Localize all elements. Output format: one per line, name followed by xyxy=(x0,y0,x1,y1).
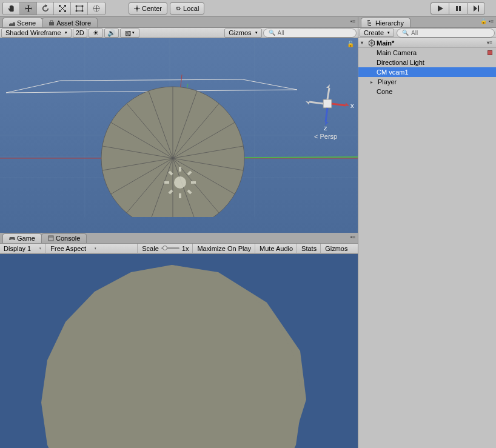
hierarchy-item-cone[interactable]: Cone xyxy=(358,87,496,96)
display-label: Display 1 xyxy=(4,245,31,252)
toggle-effects[interactable]: ▧▾ xyxy=(120,28,139,38)
stats-label: Stats xyxy=(301,245,317,252)
svg-marker-62 xyxy=(346,102,349,106)
scene-search[interactable]: 🔍 xyxy=(263,28,357,38)
rotate-icon xyxy=(41,4,50,13)
stats-toggle[interactable]: Stats xyxy=(298,244,321,253)
svg-point-7 xyxy=(75,10,77,12)
console-icon xyxy=(48,235,54,241)
panel-menu-icon[interactable]: 🔒 ▪≡ xyxy=(480,18,494,24)
scene-search-input[interactable] xyxy=(278,30,352,36)
hierarchy-tab-bar: Hierarchy 🔒 ▪≡ xyxy=(358,17,496,27)
item-label: Directional Light xyxy=(377,59,424,66)
display-dropdown[interactable]: Display 1 xyxy=(0,244,46,253)
pivot-label: Center xyxy=(142,5,162,12)
tab-scene[interactable]: Scene xyxy=(2,18,42,27)
pause-button[interactable] xyxy=(449,2,467,15)
image-icon: ▧ xyxy=(125,29,131,37)
svg-rect-13 xyxy=(459,6,461,11)
create-dropdown[interactable]: Create xyxy=(360,28,394,37)
scale-control[interactable]: Scale 1x xyxy=(138,244,193,253)
hierarchy-item-main-camera[interactable]: Main Camera xyxy=(358,48,496,58)
hierarchy-search[interactable]: 🔍 xyxy=(397,28,495,38)
transform-tool[interactable] xyxy=(88,2,105,15)
hierarchy-item-player[interactable]: ▸ Player xyxy=(358,77,496,87)
toggle-2d-label: 2D xyxy=(76,29,84,36)
scene-toolbar: Shaded Wireframe 2D ☀ 🔊 ▧▾ Gizmos 🔍 xyxy=(0,27,358,38)
gizmos-dropdown[interactable]: Gizmos xyxy=(224,28,261,38)
svg-rect-4 xyxy=(76,6,82,11)
foldout-icon[interactable]: ▸ xyxy=(370,79,377,85)
step-button[interactable] xyxy=(467,2,485,15)
pivot-button[interactable]: Center xyxy=(129,2,167,15)
rect-icon xyxy=(75,4,84,13)
scale-icon xyxy=(58,4,67,13)
scene-root-label: Main* xyxy=(377,39,394,47)
tab-game[interactable]: Game xyxy=(2,233,42,243)
hierarchy-item-cm-vcam1[interactable]: CM vcam1 xyxy=(358,67,496,77)
svg-rect-78 xyxy=(369,25,371,26)
scale-tool[interactable] xyxy=(54,2,71,15)
hierarchy-search-input[interactable] xyxy=(411,30,489,36)
hierarchy-list: ▾ Main* ▾≡ Main Camera Directional Light… xyxy=(358,38,496,448)
svg-text:< Persp: < Persp xyxy=(314,133,337,140)
item-badge-icon xyxy=(488,50,492,55)
svg-text:z: z xyxy=(324,124,327,132)
play-button[interactable] xyxy=(431,2,449,15)
toggle-audio[interactable]: 🔊 xyxy=(104,28,119,38)
game-tab-label: Game xyxy=(17,235,35,242)
svg-point-6 xyxy=(81,5,83,7)
svg-line-61 xyxy=(332,104,346,105)
svg-point-10 xyxy=(136,7,138,10)
play-controls xyxy=(431,2,485,15)
game-gizmos-dropdown[interactable]: Gizmos xyxy=(321,244,351,253)
toggle-2d[interactable]: 2D xyxy=(73,28,87,38)
mute-toggle[interactable]: Mute Audio xyxy=(256,244,297,253)
space-button[interactable]: Local xyxy=(170,2,204,15)
tab-console[interactable]: Console xyxy=(41,233,87,243)
search-icon: 🔍 xyxy=(269,30,275,36)
item-label: Player xyxy=(378,78,397,85)
move-tool[interactable] xyxy=(20,2,37,15)
pause-icon xyxy=(455,5,462,12)
panel-menu-icon[interactable]: ▪≡ xyxy=(350,18,355,24)
svg-line-24 xyxy=(61,79,243,81)
aspect-label: Free Aspect xyxy=(50,245,86,252)
svg-rect-14 xyxy=(478,5,479,12)
svg-marker-68 xyxy=(326,84,330,88)
svg-text:x: x xyxy=(350,102,354,109)
svg-rect-72 xyxy=(49,236,53,241)
hierarchy-scene-root[interactable]: ▾ Main* ▾≡ xyxy=(358,38,496,48)
create-label: Create xyxy=(364,29,384,36)
svg-marker-75 xyxy=(41,265,302,449)
rotate-tool[interactable] xyxy=(37,2,54,15)
svg-point-51 xyxy=(174,176,186,189)
search-icon: 🔍 xyxy=(402,30,409,36)
item-label: Cone xyxy=(377,88,392,95)
scene-viewport[interactable]: 🔓 xyxy=(0,38,358,233)
center-icon xyxy=(134,5,140,12)
hierarchy-toolbar: Create 🔍 xyxy=(358,27,496,38)
scene-menu-icon[interactable]: ▾≡ xyxy=(487,40,492,45)
tab-asset-store[interactable]: Asset Store xyxy=(42,18,98,27)
svg-point-5 xyxy=(75,5,77,7)
hierarchy-item-directional-light[interactable]: Directional Light xyxy=(358,58,496,67)
svg-rect-60 xyxy=(323,99,332,108)
local-icon xyxy=(175,5,181,12)
mute-label: Mute Audio xyxy=(260,245,293,252)
hierarchy-icon xyxy=(367,20,374,26)
item-label: Main Camera xyxy=(377,49,417,56)
tab-hierarchy[interactable]: Hierarchy xyxy=(361,18,411,27)
hand-tool[interactable] xyxy=(3,2,20,15)
foldout-icon[interactable]: ▾ xyxy=(361,40,367,45)
rect-tool[interactable] xyxy=(71,2,88,15)
scene-icon xyxy=(9,20,15,26)
panel-menu-icon[interactable]: ▪≡ xyxy=(350,234,355,240)
scene-tab-bar: Scene Asset Store ▪≡ xyxy=(0,17,358,27)
toggle-lighting[interactable]: ☀ xyxy=(89,28,103,38)
game-viewport[interactable] xyxy=(0,254,358,449)
shading-mode-dropdown[interactable]: Shaded Wireframe xyxy=(1,28,72,38)
aspect-dropdown[interactable]: Free Aspect xyxy=(47,244,138,253)
maximize-toggle[interactable]: Maximize On Play xyxy=(193,244,255,253)
hand-icon xyxy=(7,4,16,13)
